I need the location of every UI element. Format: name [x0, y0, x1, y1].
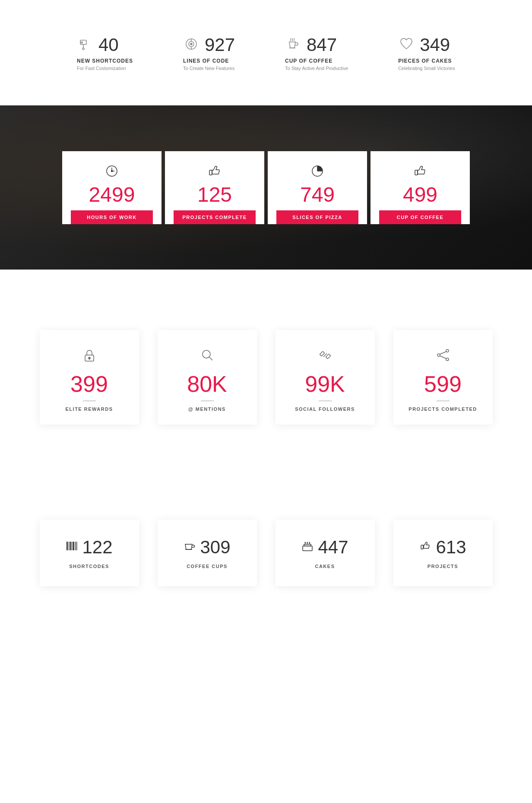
projects-completed-label: PROJECTS COMPLETED [408, 406, 477, 412]
stat-shortcodes: 40 NEW SHORTCODES For Fast Costomization [77, 35, 133, 71]
svg-line-23 [209, 357, 212, 360]
section-top-stats: 40 NEW SHORTCODES For Fast Costomization… [0, 0, 532, 105]
elite-label: ELITE REWARDS [66, 406, 113, 412]
projects-label: PROJECTS COMPLETE [174, 210, 256, 224]
lock-icon [82, 347, 97, 366]
cakes-sublabel: Celebrating Small Victories [398, 66, 455, 71]
piechart-icon [310, 164, 324, 181]
svg-point-2 [82, 48, 84, 50]
hours-number: 2499 [89, 184, 135, 205]
mentions-label: @ MENTIONS [188, 406, 226, 412]
followers-label: SOCIAL FOLLOWERS [295, 406, 355, 412]
followers-number: 99K [305, 373, 345, 395]
svg-rect-38 [76, 542, 77, 550]
svg-point-28 [437, 354, 440, 356]
svg-line-31 [440, 356, 446, 359]
stat-cakes: 349 PIECES OF CAKES Celebrating Small Vi… [398, 35, 455, 71]
mentions-number: 80K [187, 373, 227, 395]
hours-label: HOURS OF WORK [71, 210, 153, 224]
svg-rect-37 [75, 542, 76, 550]
svg-rect-32 [66, 542, 68, 550]
shortcodes-number: 40 [98, 35, 119, 55]
shortcodes-sublabel: For Fast Costomization [77, 66, 126, 71]
svg-point-13 [111, 170, 113, 171]
coffeecup-icon [184, 540, 196, 555]
elite-number: 399 [70, 373, 108, 395]
coffee2-label: CUP OF COFFEE [379, 210, 461, 224]
clock-icon [105, 164, 119, 181]
divider-4 [437, 400, 450, 401]
coffeecups-label: COFFEE CUPS [187, 564, 228, 569]
svg-rect-35 [72, 542, 73, 550]
banner-card-hours: 2499 HOURS OF WORK [62, 151, 162, 224]
coffee-label: CUP OF COFFEE [285, 58, 332, 64]
section-bottom-cards: 122 SHORTCODES 309 COFFEE CUPS [0, 511, 532, 621]
shortcodes2-number: 122 [82, 537, 112, 558]
stat-coffee: 847 CUP OF COFFEE To Stay Active And Pro… [285, 35, 348, 71]
svg-rect-41 [304, 544, 311, 546]
share-icon [435, 347, 451, 366]
section-banner: 2499 HOURS OF WORK 125 PROJECTS COMPLETE [0, 105, 532, 270]
svg-line-30 [440, 352, 446, 354]
coffee-icon [285, 36, 301, 54]
thumbsup2-icon [419, 540, 431, 555]
svg-rect-25 [326, 354, 330, 359]
coffee-number: 847 [307, 35, 337, 55]
bottom-card-coffee-cups: 309 COFFEE CUPS [158, 520, 257, 586]
bottom-card-projects: 613 PROJECTS [393, 520, 493, 586]
thumbsup-icon-1 [208, 164, 222, 181]
code-icon [183, 36, 200, 54]
pizza-number: 749 [300, 184, 335, 205]
divider-2 [201, 400, 214, 401]
usb-icon [77, 36, 93, 54]
banner-card-coffee: 499 CUP OF COFFEE [370, 151, 470, 224]
projects2-number: 613 [436, 537, 466, 558]
cakes2-number: 447 [318, 537, 348, 558]
projects2-label: PROJECTS [428, 564, 458, 569]
cakes2-label: CAKES [315, 564, 335, 569]
svg-point-22 [203, 350, 210, 358]
svg-rect-24 [320, 351, 324, 356]
coffee-sublabel: To Stay Active And Productive [285, 66, 348, 71]
svg-rect-40 [303, 546, 312, 551]
svg-point-27 [446, 349, 449, 352]
section-stat-cards: 399 ELITE REWARDS 80K @ MENTIONS 99K SOC… [0, 321, 532, 459]
bottom-card-shortcodes: 122 SHORTCODES [40, 520, 139, 586]
cake-icon [301, 540, 314, 555]
svg-rect-3 [81, 42, 82, 43]
cakes-label: PIECES OF CAKES [398, 58, 452, 64]
banner-cards-container: 2499 HOURS OF WORK 125 PROJECTS COMPLETE [28, 134, 504, 241]
svg-rect-34 [70, 542, 71, 550]
divider-1 [83, 400, 96, 401]
svg-rect-33 [69, 542, 70, 550]
card-elite-rewards: 399 ELITE REWARDS [40, 330, 139, 425]
svg-rect-45 [421, 545, 423, 549]
banner-card-pizza: 749 SLICES OF PIZZA [268, 151, 367, 224]
loc-number: 927 [205, 35, 235, 55]
tools-icon [317, 347, 333, 366]
barcode-icon [66, 540, 78, 555]
thumbsup-icon-2 [413, 164, 427, 181]
bottom-card-cakes: 447 CAKES [276, 520, 375, 586]
projects-number: 125 [197, 184, 232, 205]
card-mentions: 80K @ MENTIONS [158, 330, 257, 425]
shortcodes2-label: SHORTCODES [69, 564, 109, 569]
search-icon [200, 347, 215, 366]
gap-2 [0, 459, 532, 511]
coffeecups-number: 309 [200, 537, 230, 558]
projects-completed-number: 599 [424, 373, 462, 395]
divider-3 [319, 400, 332, 401]
card-social-followers: 99K SOCIAL FOLLOWERS [276, 330, 375, 425]
svg-point-29 [446, 358, 449, 361]
svg-point-6 [190, 43, 192, 45]
loc-label: LINES OF CODE [183, 58, 229, 64]
svg-rect-36 [73, 542, 74, 550]
pizza-label: SLICES OF PIZZA [276, 210, 358, 224]
banner-card-projects: 125 PROJECTS COMPLETE [165, 151, 264, 224]
loc-sublabel: To Create New Features [183, 66, 234, 71]
shortcodes-label: NEW SHORTCODES [77, 58, 133, 64]
card-projects-completed: 599 PROJECTS COMPLETED [393, 330, 493, 425]
svg-rect-14 [209, 170, 212, 175]
gap-1 [0, 270, 532, 321]
coffee2-number: 499 [403, 184, 437, 205]
